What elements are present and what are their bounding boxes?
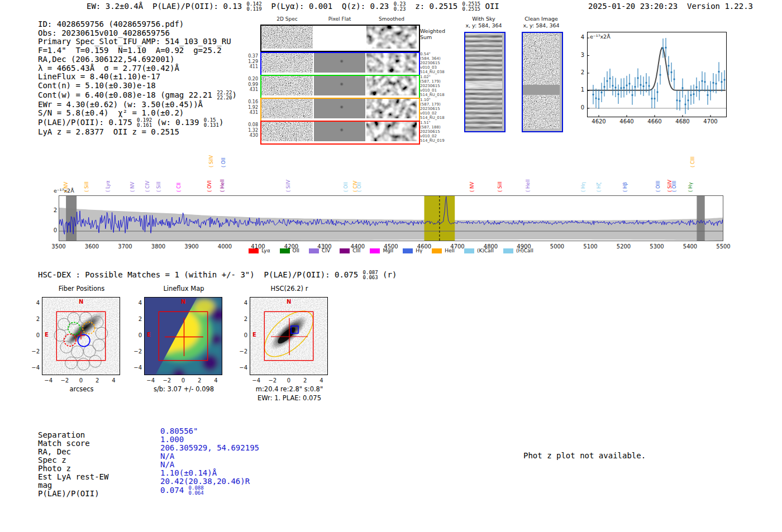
timestamp: 2025-01-20 23:20:23 Version 1.22.3 (588, 2, 753, 11)
spectrum-x-tick: 3900 (180, 243, 203, 250)
panel-x-tick: 2 (90, 377, 104, 384)
panel-y-tick: −4 (235, 365, 247, 371)
emission-line-label: ( Hγ (688, 183, 693, 192)
match-table-label: Match score (38, 439, 90, 448)
panel-x-tick: −4 (42, 377, 55, 384)
match-table-value: 206.305929, 54.692195 (160, 444, 259, 452)
spectrum-y-tick: 0 (49, 227, 57, 233)
panel-y-tick: 4 (130, 300, 142, 306)
top-stats-line: EW: 3.2±0.4Å P(LAE)/P(OII): 0.13 0.1420.… (87, 2, 499, 12)
clean-image-header: Clean Image x, y: 584, 364 (519, 16, 564, 28)
clean-image (522, 32, 563, 132)
zoom-chart-x-tick: 4640 (617, 118, 637, 124)
hsc-dex-header: HSC-DEX : Possible Matches = 1 (within +… (38, 270, 397, 280)
cutout-row (260, 52, 420, 76)
cutout-row (260, 121, 420, 145)
zoom-chart-y-tick: 0 (576, 104, 584, 111)
zoom-chart-y-tick: 1 (576, 87, 584, 93)
panel-x-tick: −2 (160, 377, 174, 384)
emission-line-label: ( OII (343, 182, 349, 192)
emission-line-label: ( OII (356, 182, 362, 192)
info-line: F=1.4" T=0.159 N=1.10 A=0.92 g=25.2 (38, 46, 237, 55)
pixel-flat-cell (314, 99, 365, 118)
emission-line-label: ( SiIV (285, 180, 291, 192)
panel-y-tick: 0 (130, 332, 142, 338)
hsc-image-xlabel: m:20.4 re:2.8" s:0.8" (239, 385, 340, 393)
spectrum-y-tick: 2 (49, 207, 57, 213)
match-table-label: Separation (38, 431, 85, 439)
cutout-row (260, 75, 420, 99)
clean-noise (523, 33, 560, 129)
legend-swatch (403, 248, 413, 253)
spectrum-x-tick: 3600 (81, 243, 103, 250)
compass-east: E (45, 332, 49, 338)
panel-x-tick: 0 (177, 377, 190, 384)
panel-y-tick: −2 (27, 348, 40, 354)
panel-x-tick: 2 (193, 377, 206, 384)
info-line: RA,Dec (206.306122,54.692001) (38, 55, 237, 64)
panel-x-tick: 2 (298, 377, 312, 384)
fiber-positions-xlabel: arcsecs (42, 385, 121, 393)
zoom-chart-y-tick: 3 (576, 52, 584, 58)
info-line: Cont(n) = 5.10(±0.30)e-18 (38, 82, 237, 90)
info-line: EWr = 4.30(±0.62) (w: 3.50(±0.45))Å (38, 100, 237, 109)
spectrum-x-tick: 5300 (646, 243, 668, 250)
column-header-2d-spec: 2D Spec (264, 16, 311, 22)
fiber-positions-title: Fiber Positions (42, 285, 121, 293)
emission-line-label: ( OIII (671, 181, 677, 192)
with-sky-image (464, 32, 506, 132)
spectrum-x-tick: 5400 (679, 243, 702, 250)
cutout-left-labels: 0.20 0.99 431 (242, 76, 258, 93)
spectrum-x-tick: 4000 (214, 243, 236, 250)
panel-x-tick: 4 (107, 377, 120, 384)
column-header-smoothed: Smoothed (368, 16, 415, 22)
cutout-weighted-row (260, 25, 420, 52)
match-table-label: mag (38, 481, 52, 490)
column-header-pixel-flat: Pixel Flat (316, 16, 363, 22)
cutout-row (260, 98, 420, 122)
panel-y-tick: 0 (235, 332, 247, 338)
sup-sub-value: 0.0870.063 (363, 270, 378, 280)
pixel-flat-cell (314, 76, 365, 95)
panel-y-tick: −2 (130, 348, 142, 354)
compass-north: N (287, 299, 291, 305)
panel-y-tick: −4 (130, 365, 142, 371)
cutout-annotation: 1.51" (587, 188) 20230615 v010_02 514_RU… (420, 121, 462, 143)
emission-line-label: ( SiIV (208, 155, 214, 167)
spectrum-x-tick: 5100 (579, 243, 602, 250)
sup-sub-value: 0.230.23 (394, 2, 406, 12)
lineflux-map-image (144, 297, 222, 375)
panel-y-tick: 0 (27, 332, 40, 338)
panel-x-tick: 0 (74, 377, 88, 384)
cutout-annotation: 1.02" (587, 179) 20230615 v010_01 514_RU… (420, 75, 462, 98)
emission-line-label: ( SiII (497, 181, 503, 192)
cutout-annotation: 0.54" (584, 364) 20230615 v010_03 514_RU… (420, 52, 462, 75)
sup-sub-value: 0.1920.161 (137, 118, 152, 128)
spectrum-x-tick: 4300 (313, 243, 336, 250)
cutout-left-labels: 0.37 1.29 411 (242, 54, 258, 70)
cutout-left-labels: 0.16 1.92 431 (242, 99, 258, 116)
spectrum-x-tick: 4100 (247, 243, 269, 250)
match-table-label: P(LAE)/P(OII) (38, 490, 99, 498)
fiber-positions-image (42, 297, 120, 375)
emission-line-label: ( OVI (207, 180, 212, 192)
emission-line-label: ( OIII (655, 181, 661, 192)
emission-line-label: ( NV (130, 182, 135, 192)
clean-image-title: Clean Image (519, 16, 564, 22)
info-line: LyA z = 2.8377 OII z = 0.2515 (38, 128, 237, 137)
panel-y-tick: −2 (235, 348, 247, 354)
emission-line-label: ( Hβ (622, 182, 628, 192)
match-table-value: 1.000 (160, 435, 184, 444)
info-line: LineFlux = 8.40(±1.10)e-17 (38, 73, 237, 82)
panel-y-tick: 2 (27, 316, 40, 322)
zoom-chart-x-tick: 4620 (589, 118, 609, 124)
spectrum-x-tick: 4400 (347, 243, 369, 250)
sup-sub-value: 0.150.131 (204, 118, 219, 128)
emission-line-label: ( Hη (580, 182, 586, 192)
with-sky-header: With Sky x, y: 584, 364 (461, 16, 506, 28)
emission-line-label: ( NV (469, 182, 475, 192)
panel-y-tick: −4 (27, 365, 40, 371)
match-table-label: RA, Dec (38, 448, 71, 456)
sup-sub-value: 22.2222.20 (217, 90, 232, 100)
info-line: P(LAE)/P(OII): 0.175 0.1920.161 (w: 0.13… (38, 118, 237, 128)
